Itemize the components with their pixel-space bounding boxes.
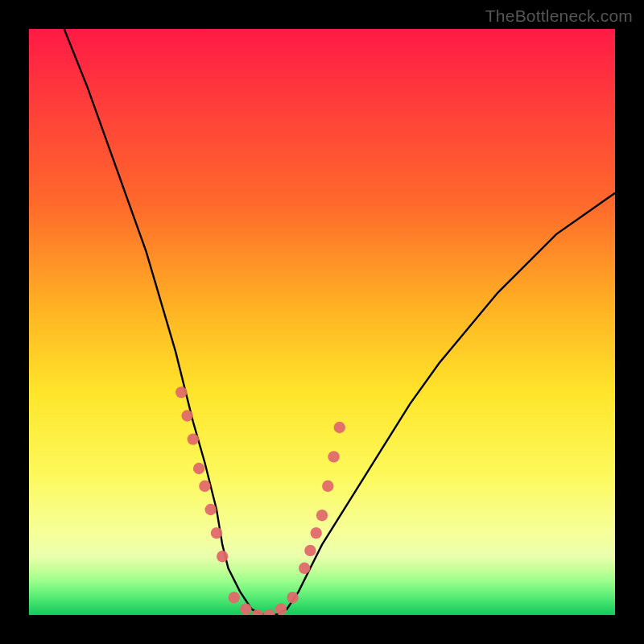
data-dot [193, 463, 204, 474]
data-dot [334, 422, 345, 433]
data-dot [229, 592, 240, 603]
watermark-text: TheBottleneck.com [485, 6, 633, 26]
plot-area [29, 29, 615, 615]
data-dot [211, 527, 222, 539]
data-dot [322, 481, 333, 492]
data-dots [175, 386, 345, 615]
data-dot [217, 551, 228, 562]
data-dot [311, 527, 322, 539]
data-dot [175, 386, 187, 398]
data-dot [304, 545, 316, 556]
bottleneck-curve [64, 29, 615, 615]
data-dot [205, 504, 217, 515]
data-dot [240, 604, 251, 615]
data-dot [299, 563, 310, 574]
data-dot [275, 604, 287, 615]
data-dot [199, 481, 210, 492]
data-dot [181, 410, 192, 421]
data-dot [188, 433, 199, 444]
outer-frame: TheBottleneck.com [0, 0, 644, 644]
data-dot [328, 451, 339, 462]
data-dot [287, 592, 298, 603]
data-dot [316, 510, 328, 521]
data-dot [263, 609, 275, 615]
chart-svg [29, 29, 615, 615]
